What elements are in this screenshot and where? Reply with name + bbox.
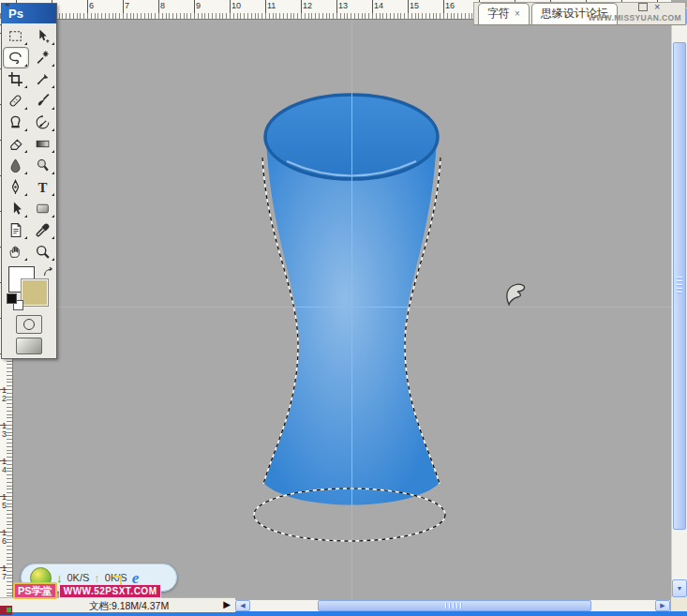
dock-grip-icon[interactable]: ◂▸ (5, 1, 9, 8)
move-tool[interactable] (31, 26, 55, 46)
maximize-icon[interactable] (638, 3, 648, 11)
watermark-bracket-icon (112, 576, 122, 585)
vertical-scrollbar[interactable]: ▲ ▼ (671, 8, 687, 597)
pen-tool[interactable] (4, 177, 28, 197)
shape-tool-icon (35, 201, 51, 217)
site-watermark: PS学堂 WWW.52PSXT.COM (13, 582, 161, 599)
crop-tool[interactable] (4, 69, 28, 89)
h-ruler-number: 12 (303, 1, 312, 10)
missyuan-watermark: WWW.MISSYUAN.COM (589, 13, 681, 23)
watermark-url: WWW.52PSXT.COM (59, 584, 162, 598)
close-icon[interactable]: × (654, 2, 660, 12)
quick-mask-circle-icon (23, 319, 35, 330)
gradient-tool-icon (35, 136, 51, 152)
document-canvas[interactable] (0, 0, 687, 616)
screen-mode-button[interactable] (16, 338, 42, 354)
scroll-down-button[interactable]: ▼ (672, 579, 687, 597)
h-ruler-number: 14 (374, 1, 383, 10)
h-ruler-number: 13 (338, 1, 348, 10)
clone-stamp-tool[interactable] (4, 113, 28, 132)
notes-tool[interactable] (4, 220, 28, 240)
brush-tool-icon (35, 93, 51, 109)
dodge-tool-icon (35, 158, 51, 173)
move-tool-icon (35, 28, 51, 44)
horizontal-scroll-thumb[interactable] (318, 600, 591, 611)
h-ruler-number: 9 (196, 1, 201, 10)
type-tool-icon: T (35, 179, 51, 195)
zoom-tool-icon (35, 244, 51, 260)
v-ruler-number: 15 (2, 493, 9, 510)
eraser-tool-icon (7, 136, 23, 152)
window-buttons: × (638, 2, 660, 12)
gradient-tool[interactable] (31, 134, 55, 154)
tab-character[interactable]: 字符 × (478, 3, 530, 24)
eraser-tool[interactable] (4, 134, 28, 154)
slice-tool-icon (35, 71, 51, 87)
v-ruler-number: 16 (2, 529, 9, 546)
eyedropper-tool[interactable] (31, 220, 55, 240)
h-ruler-number: 7 (125, 1, 129, 10)
h-ruler-number: 6 (89, 1, 94, 10)
notes-tool-icon (7, 222, 23, 238)
type-tool[interactable]: T (31, 177, 55, 197)
background-color-swatch[interactable] (22, 279, 48, 306)
healing-brush-tool[interactable] (4, 91, 28, 111)
blur-tool[interactable] (4, 156, 28, 175)
document-size-info: 文档:9.18M/4.37M (89, 600, 169, 613)
history-brush-tool[interactable] (31, 113, 55, 132)
default-colors-icon[interactable] (7, 293, 22, 309)
vertical-scroll-thumb[interactable] (673, 42, 686, 530)
rectangular-marquee-tool[interactable] (4, 26, 28, 46)
slice-tool[interactable] (31, 69, 55, 89)
path-selection-tool-icon (7, 201, 23, 217)
tab-close-icon[interactable]: × (515, 9, 520, 19)
brush-tool[interactable] (31, 91, 55, 111)
pen-tool-icon (7, 179, 23, 195)
v-ruler-number: 14 (2, 458, 9, 474)
lasso-cursor (507, 284, 525, 305)
hand-tool-icon (7, 244, 23, 260)
magic-wand-tool[interactable] (31, 48, 55, 68)
dodge-tool[interactable] (31, 156, 55, 175)
path-selection-tool[interactable] (4, 199, 28, 218)
scroll-right-button[interactable]: ▶ (655, 600, 670, 611)
status-bar: 文档:9.18M/4.37M ▶ (0, 597, 235, 612)
eyedropper-tool-icon (35, 222, 51, 238)
quick-mask-button[interactable] (16, 315, 42, 334)
tool-grid: T (2, 23, 56, 264)
toolbox-titlebar[interactable]: Ps (2, 4, 56, 23)
rectangular-marquee-tool-icon (7, 28, 23, 44)
scroll-left-button[interactable]: ◀ (235, 600, 250, 611)
h-ruler-number: 8 (160, 1, 165, 10)
color-swatch-area (2, 264, 56, 311)
watermark-logo: PS学堂 (13, 582, 57, 599)
swap-colors-icon[interactable] (42, 264, 54, 281)
photoshop-logo: Ps (8, 7, 23, 21)
h-ruler-number: 11 (267, 1, 276, 10)
zoom-tool[interactable] (31, 242, 55, 262)
crop-tool-icon (7, 71, 23, 87)
history-brush-tool-icon (35, 114, 51, 130)
blur-tool-icon (7, 158, 23, 173)
photoshop-window: { "colors": { "canvas_bg": "#a9a9a9", "g… (0, 0, 687, 616)
hand-tool[interactable] (4, 242, 28, 262)
scrollbar-corner (671, 597, 687, 611)
v-ruler-number: 13 (2, 422, 9, 439)
horizontal-scrollbar[interactable]: ◀ ▶ (235, 600, 670, 611)
lasso-tool-icon (7, 50, 23, 66)
lasso-tool[interactable] (3, 47, 29, 68)
status-menu-arrow[interactable]: ▶ (223, 599, 231, 609)
toolbox-palette: ◂▸ Ps T (1, 3, 57, 359)
h-ruler-number: 10 (231, 1, 241, 10)
h-ruler-number: 15 (410, 1, 419, 10)
magic-wand-tool-icon (35, 50, 51, 66)
taskbar-icon-fragment (0, 606, 12, 615)
h-ruler-number: 16 (445, 1, 455, 10)
v-ruler-number: 17 (2, 564, 9, 581)
v-ruler-number: 12 (2, 386, 9, 403)
shape-tool[interactable] (31, 199, 55, 218)
healing-brush-tool-icon (7, 93, 23, 109)
clone-stamp-tool-icon (7, 114, 23, 130)
svg-text:T: T (38, 180, 48, 195)
